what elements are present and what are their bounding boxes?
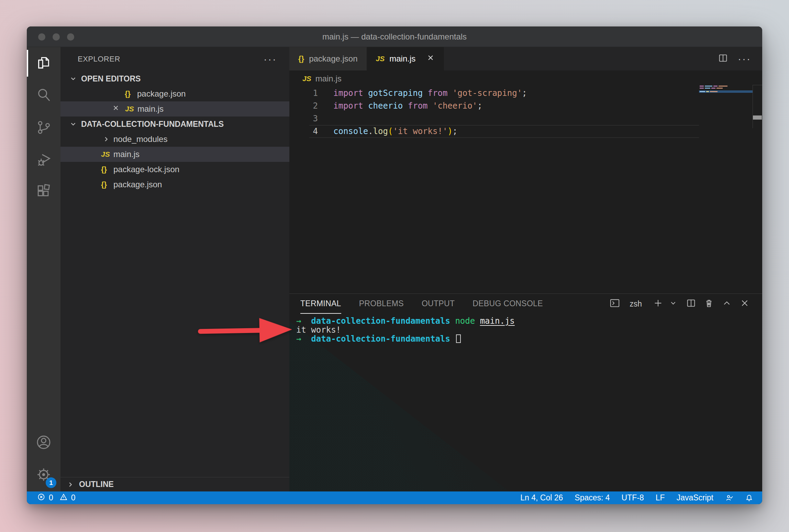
workspace-section-header[interactable]: DATA-COLLECTION-FUNDAMENTALS <box>60 117 289 132</box>
editor-scrollbar[interactable] <box>753 85 762 128</box>
tree-item-package-json[interactable]: {} package.json <box>60 177 289 192</box>
minimap[interactable] <box>699 85 753 93</box>
open-editors-section-header[interactable]: OPEN EDITORS <box>60 71 289 86</box>
js-file-icon: JS <box>376 55 385 63</box>
activity-bar-spacer <box>27 209 60 427</box>
problems-status[interactable]: 0 0 <box>37 493 76 503</box>
editor-tab-bar: {} package.json JS main.js ··· <box>289 47 762 70</box>
language-mode-status[interactable]: JavaScript <box>677 493 713 502</box>
breadcrumb[interactable]: JS main.js <box>289 70 762 87</box>
json-file-icon: {} <box>101 165 113 174</box>
window-controls <box>38 26 74 47</box>
tree-item-node-modules[interactable]: node_modules <box>60 132 289 147</box>
new-terminal-icon[interactable] <box>653 298 663 310</box>
json-file-icon: {} <box>125 89 137 98</box>
activity-extensions-button[interactable] <box>27 176 60 209</box>
warning-count: 0 <box>71 493 76 502</box>
close-tab-icon[interactable] <box>426 54 435 64</box>
code-text: import gotScraping from 'got-scraping'; <box>333 87 527 100</box>
tab-package-json[interactable]: {} package.json <box>289 47 367 70</box>
code-editor[interactable]: 1 import gotScraping from 'got-scraping'… <box>289 87 762 293</box>
indentation-status[interactable]: Spaces: 4 <box>575 493 610 502</box>
zoom-window-button[interactable] <box>67 33 74 41</box>
window-titlebar: main.js — data-collection-fundamentals <box>27 26 762 47</box>
split-editor-icon[interactable] <box>718 53 728 65</box>
panel-header: TERMINAL PROBLEMS OUTPUT DEBUG CONSOLE z… <box>289 294 762 314</box>
explorer-more-actions-button[interactable]: ··· <box>264 57 277 61</box>
editor-group: {} package.json JS main.js ··· <box>289 47 762 491</box>
terminal-line-output: it works! <box>296 325 762 334</box>
code-text: console.log('it works!'); <box>333 125 457 138</box>
terminal-panel: TERMINAL PROBLEMS OUTPUT DEBUG CONSOLE z… <box>289 293 762 491</box>
activity-run-debug-button[interactable] <box>27 144 60 176</box>
chevron-down-icon <box>69 120 77 128</box>
open-editor-item-main-js[interactable]: JS main.js <box>60 101 289 117</box>
encoding-status[interactable]: UTF-8 <box>622 493 644 502</box>
activity-search-button[interactable] <box>27 79 60 112</box>
line-number: 1 <box>289 87 318 100</box>
notifications-bell-icon[interactable] <box>745 494 753 502</box>
activity-explorer-button[interactable] <box>27 47 60 79</box>
maximize-panel-icon[interactable] <box>722 298 732 310</box>
warning-icon <box>59 493 68 503</box>
terminal-content[interactable]: → data-collection-fundamentals node main… <box>289 314 762 343</box>
shell-label: zsh <box>630 299 642 309</box>
js-file-icon: JS <box>302 75 311 83</box>
activity-bar: 1 <box>27 47 60 491</box>
editor-more-actions-button[interactable]: ··· <box>738 57 751 60</box>
tab-output[interactable]: OUTPUT <box>422 294 455 314</box>
activity-account-button[interactable] <box>27 427 60 459</box>
activity-source-control-button[interactable] <box>27 112 60 144</box>
chevron-down-icon <box>69 75 77 82</box>
code-line: 1 import gotScraping from 'got-scraping'… <box>289 87 762 100</box>
explorer-sidebar: EXPLORER ··· OPEN EDITORS {} package.jso… <box>60 47 289 491</box>
scrollbar-thumb[interactable] <box>753 115 762 120</box>
chevron-right-icon <box>67 481 74 488</box>
status-bar: 0 0 Ln 4, Col 26 Spaces: 4 UTF-8 LF Java… <box>27 491 762 504</box>
kill-terminal-icon[interactable] <box>704 298 714 310</box>
close-window-button[interactable] <box>38 33 45 41</box>
line-number: 2 <box>289 100 318 112</box>
account-icon <box>36 434 52 452</box>
js-file-icon: JS <box>101 150 113 158</box>
desktop-background: main.js — data-collection-fundamentals <box>0 0 789 532</box>
tree-item-package-lock-json[interactable]: {} package-lock.json <box>60 162 289 177</box>
close-panel-icon[interactable] <box>740 298 750 310</box>
json-file-icon: {} <box>298 54 304 63</box>
files-icon <box>36 55 52 72</box>
tree-item-main-js[interactable]: JS main.js <box>60 147 289 162</box>
terminal-shell-icon <box>610 298 620 310</box>
minimize-window-button[interactable] <box>53 33 60 41</box>
close-editor-icon[interactable] <box>112 104 120 114</box>
terminal-dropdown-icon[interactable] <box>668 298 678 310</box>
branch-icon <box>36 119 52 136</box>
eol-status[interactable]: LF <box>656 493 665 502</box>
activity-settings-button[interactable]: 1 <box>27 459 60 491</box>
tab-terminal[interactable]: TERMINAL <box>300 294 341 314</box>
annotation-arrow-red <box>190 308 301 352</box>
sidebar-title: EXPLORER <box>78 55 264 64</box>
settings-badge: 1 <box>46 477 56 488</box>
code-line: 3 <box>289 112 762 125</box>
tab-problems[interactable]: PROBLEMS <box>359 294 404 314</box>
feedback-icon[interactable] <box>725 494 733 502</box>
error-count: 0 <box>49 493 53 502</box>
json-file-icon: {} <box>101 180 113 189</box>
breadcrumb-file: main.js <box>315 74 342 84</box>
code-text: import cheerio from 'cheerio'; <box>333 100 482 112</box>
open-editor-item-package-json[interactable]: {} package.json <box>60 86 289 101</box>
terminal-line-prompt: → data-collection-fundamentals <box>296 334 762 343</box>
code-line-current: 4 console.log('it works!'); <box>289 125 762 138</box>
error-icon <box>37 493 45 503</box>
play-bug-icon <box>36 152 52 169</box>
cursor-position-status[interactable]: Ln 4, Col 26 <box>520 493 563 502</box>
js-file-icon: JS <box>125 105 137 113</box>
tab-main-js[interactable]: JS main.js <box>367 47 444 70</box>
sidebar-header: EXPLORER ··· <box>60 47 289 71</box>
code-line: 2 import cheerio from 'cheerio'; <box>289 100 762 112</box>
window-title: main.js — data-collection-fundamentals <box>322 32 467 42</box>
outline-section-header[interactable]: OUTLINE <box>60 477 289 491</box>
chevron-right-icon <box>102 135 110 143</box>
split-terminal-icon[interactable] <box>686 298 696 310</box>
tab-debug-console[interactable]: DEBUG CONSOLE <box>473 294 543 314</box>
